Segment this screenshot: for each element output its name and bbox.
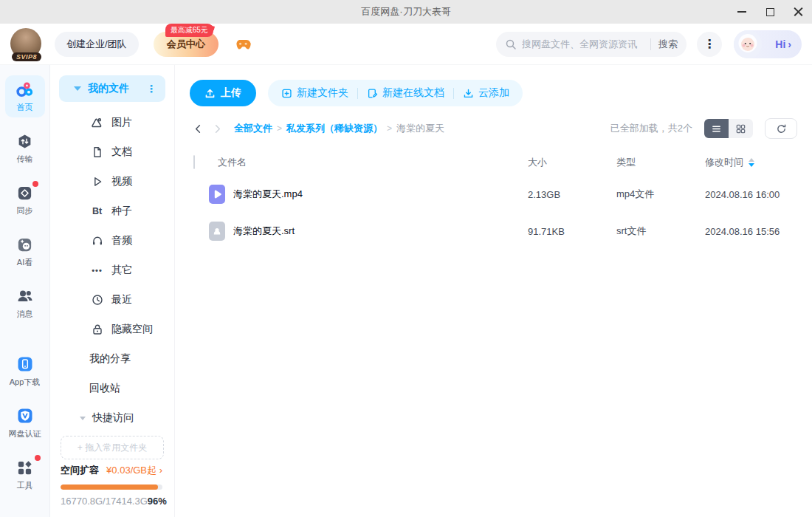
- transfer-icon: [16, 131, 35, 151]
- rail-item-sync[interactable]: 同步: [5, 179, 45, 221]
- upload-icon: [204, 88, 216, 99]
- upload-button[interactable]: 上传: [190, 80, 256, 106]
- nav-item-other[interactable]: ••• 其它: [50, 256, 174, 285]
- storage-progress-fill: [61, 485, 158, 490]
- home-logo-icon: [16, 80, 35, 99]
- nav-item-videos[interactable]: 视频: [50, 167, 174, 196]
- column-time-sort[interactable]: 修改时间: [705, 156, 812, 169]
- file-time: 2024.08.16 15:56: [705, 226, 812, 237]
- file-type: srt文件: [616, 225, 705, 238]
- toolbar: 上传 新建文件夹 新建在线文档 云添加: [190, 80, 797, 106]
- back-button[interactable]: [191, 122, 204, 135]
- rail-item-verify[interactable]: 网盘认证: [5, 402, 45, 444]
- other-icon: •••: [91, 264, 103, 277]
- grid-view-icon: [735, 123, 746, 134]
- docs-label: 文档: [111, 145, 132, 159]
- breadcrumb-bar: 全部文件 > 私发系列（稀缺资源） > 海棠的夏天 已全部加载，共2个: [191, 120, 797, 137]
- breadcrumb-parent[interactable]: 私发系列（稀缺资源）: [286, 122, 382, 135]
- audio-label: 音频: [111, 234, 132, 247]
- game-icon[interactable]: [233, 35, 252, 54]
- file-type: mp4文件: [616, 188, 705, 201]
- svip-badge: SVIP8: [12, 52, 41, 61]
- breadcrumb-separator: >: [387, 123, 392, 134]
- nav-item-recycle-bin[interactable]: 回收站: [50, 374, 174, 403]
- file-name: 海棠的夏天.srt: [233, 225, 295, 238]
- assistant-button[interactable]: Hi ›: [734, 30, 802, 58]
- drop-folder-zone[interactable]: + 拖入常用文件夹: [61, 436, 164, 459]
- rail-item-message[interactable]: 消息: [5, 282, 45, 324]
- refresh-icon: [776, 123, 787, 134]
- minimize-button[interactable]: [728, 0, 756, 24]
- nav-item-seeds[interactable]: Bt 种子: [50, 196, 174, 226]
- breadcrumb-root[interactable]: 全部文件: [234, 122, 272, 135]
- rail-item-home[interactable]: 首页: [5, 75, 45, 117]
- nav-item-my-share[interactable]: 我的分享: [50, 344, 174, 374]
- recent-clock-icon: [91, 294, 103, 307]
- rail-item-app-download[interactable]: App下载: [5, 350, 45, 392]
- side-nav: 我的文件 ⋮ 图片 文档 视频 Bt 种子 音频 ••• 其它 最近: [50, 65, 175, 517]
- rail-label-verify: 网盘认证: [9, 428, 41, 439]
- file-row-mp4[interactable]: 海棠的夏天.mp4 2.13GB mp4文件 2024.08.16 16:00: [175, 176, 812, 213]
- nav-item-docs[interactable]: 文档: [50, 137, 174, 167]
- main-content: 上传 新建文件夹 新建在线文档 云添加: [175, 65, 812, 517]
- search-input[interactable]: [522, 38, 643, 49]
- left-rail: 首页 传输 同步 AI看 消息: [0, 65, 50, 517]
- create-team-button[interactable]: 创建企业/团队: [55, 32, 139, 57]
- list-view-button[interactable]: [704, 119, 729, 138]
- breadcrumb-separator: >: [277, 123, 282, 134]
- quick-access-toggle[interactable]: 快捷访问: [50, 405, 174, 431]
- more-menu-button[interactable]: ⋮: [697, 32, 722, 57]
- maximize-button[interactable]: [756, 0, 784, 24]
- message-icon: [16, 287, 35, 306]
- maximize-icon: [766, 8, 774, 16]
- cloud-add-button[interactable]: 云添加: [463, 86, 509, 100]
- nav-item-hidden-space[interactable]: 隐藏空间: [50, 315, 174, 344]
- rail-item-ai[interactable]: AI看: [5, 230, 45, 273]
- titlebar: 百度网盘·刀刀大表哥: [0, 0, 812, 24]
- search-button[interactable]: 搜索: [658, 38, 678, 51]
- grid-view-button[interactable]: [729, 119, 753, 138]
- audio-icon: [91, 235, 103, 247]
- bt-icon: Bt: [91, 205, 103, 218]
- usage-percent: 96%: [148, 496, 167, 507]
- file-time: 2024.08.16 16:00: [705, 189, 812, 200]
- file-name: 海棠的夏天.mp4: [233, 188, 303, 201]
- my-files-label: 我的文件: [88, 82, 129, 95]
- new-online-doc-button[interactable]: 新建在线文档: [367, 86, 444, 100]
- pictures-label: 图片: [111, 116, 132, 129]
- usage-text: 16770.8G/17414.3G: [61, 496, 148, 507]
- quick-access-label: 快捷访问: [92, 411, 134, 425]
- nav-item-recent[interactable]: 最近: [50, 285, 174, 315]
- forward-button[interactable]: [210, 122, 224, 135]
- rail-label-transfer: 传输: [17, 154, 33, 165]
- chevron-right-icon: ›: [788, 38, 791, 50]
- user-avatar[interactable]: SVIP8: [10, 28, 43, 61]
- nav-item-audio[interactable]: 音频: [50, 226, 174, 256]
- my-files-item[interactable]: 我的文件 ⋮: [59, 75, 165, 102]
- expand-storage-link[interactable]: ¥0.03/GB起 ›: [106, 464, 162, 477]
- list-controls: 已全部加载，共2个: [610, 118, 797, 139]
- chevron-right-icon: ›: [159, 465, 162, 476]
- rail-item-tools[interactable]: 工具: [5, 453, 45, 496]
- rail-item-transfer[interactable]: 传输: [5, 127, 45, 169]
- storage-section: 空间扩容 ¥0.03/GB起 › 16770.8G/17414.3G96%: [61, 464, 162, 507]
- search-box: 搜索: [496, 32, 687, 57]
- app-download-icon: [16, 355, 35, 374]
- nav-item-pictures[interactable]: 图片: [50, 108, 174, 137]
- close-button[interactable]: [784, 0, 812, 24]
- upload-label: 上传: [221, 86, 241, 100]
- refresh-button[interactable]: [765, 118, 797, 139]
- column-type: 类型: [616, 156, 705, 169]
- my-files-more-icon[interactable]: ⋮: [146, 83, 156, 95]
- select-all-checkbox[interactable]: [193, 155, 195, 169]
- load-status-text: 已全部加载，共2个: [610, 122, 692, 135]
- back-icon: [193, 123, 204, 134]
- videos-icon: [91, 176, 103, 188]
- toolbar-divider: [453, 88, 454, 99]
- close-icon: [794, 7, 803, 17]
- file-row-srt[interactable]: 海棠的夏天.srt 91.71KB srt文件 2024.08.16 15:56: [175, 213, 812, 250]
- new-folder-button[interactable]: 新建文件夹: [281, 86, 348, 100]
- lock-icon: [91, 323, 103, 336]
- new-doc-icon: [367, 88, 378, 99]
- pictures-icon: [91, 117, 103, 129]
